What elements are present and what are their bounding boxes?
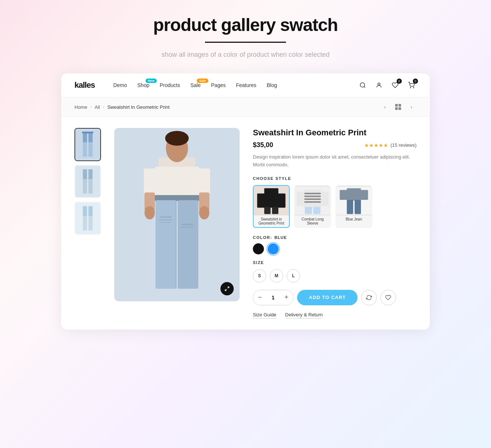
breadcrumb-sep-1: › [90,104,92,110]
style-swatch-0[interactable]: Sweatshirt in Geometric Print [253,185,290,228]
svg-line-1 [364,86,365,87]
heart-outline-icon [385,295,391,301]
breadcrumb-nav: ‹ › [380,102,417,112]
style-swatches: Sweatshirt in Geometric Print [253,185,417,228]
svg-rect-17 [88,169,93,180]
svg-point-33 [199,206,209,219]
svg-rect-34 [155,195,199,201]
hero-divider [205,42,286,43]
size-btn-l[interactable]: L [287,269,300,282]
svg-rect-8 [398,107,401,110]
thumbnail-3[interactable] [74,202,101,235]
svg-rect-39 [160,222,171,223]
svg-rect-40 [182,224,193,225]
nav-link-blog[interactable]: Blog [267,82,277,88]
svg-point-32 [144,206,155,219]
hero-title: product gallery swatch [80,15,411,35]
svg-rect-13 [88,142,93,157]
navigation: kalles Demo Shop New Products Sale Sale … [61,73,430,97]
style-swatch-1[interactable]: Combat Long Sleeve [294,185,331,228]
svg-rect-22 [88,206,93,216]
svg-rect-57 [304,198,321,200]
nav-link-demo[interactable]: Demo [113,82,127,88]
cart-count: 0 [413,79,418,84]
nav-link-sale[interactable]: Sale Sale [190,82,201,88]
quantity-control: − 1 + [253,290,293,305]
svg-rect-55 [304,192,321,194]
svg-rect-6 [398,104,401,107]
prev-product-btn[interactable]: ‹ [380,102,390,112]
breadcrumb-home[interactable]: Home [74,104,87,110]
svg-rect-18 [83,179,87,194]
bottom-links: Size Guide Delivery & Return [253,312,417,319]
compare-button[interactable] [361,290,377,305]
svg-rect-64 [347,188,361,201]
thumbnail-1[interactable] [74,128,101,161]
svg-rect-14 [82,132,93,133]
svg-rect-11 [88,132,93,143]
review-count[interactable]: (15 reviews) [390,142,417,148]
svg-rect-37 [160,216,171,218]
svg-rect-65 [340,190,348,200]
svg-rect-35 [156,200,176,289]
user-icon [376,82,382,88]
svg-rect-48 [264,188,278,208]
breadcrumb-all[interactable]: All [95,104,100,110]
search-icon-btn[interactable] [358,80,368,90]
size-btn-s[interactable]: S [253,269,266,282]
style-img-combat [295,186,330,215]
svg-rect-27 [155,167,199,196]
nav-links: Demo Shop New Products Sale Sale Pages F… [113,82,358,88]
size-section: SIZE S M L [253,260,417,282]
nav-link-shop[interactable]: Shop New [137,82,150,88]
size-btn-m[interactable]: M [270,269,283,282]
nav-link-pages[interactable]: Pages [211,82,226,88]
main-image-inner [114,128,240,301]
new-badge: New [146,79,157,83]
svg-rect-9 [75,129,100,160]
logo[interactable]: kalles [74,80,95,90]
sale-badge: Sale [197,79,208,83]
search-icon [359,82,366,88]
color-label: COLOR: [253,235,272,240]
account-icon-btn[interactable] [374,80,384,90]
product-title: Sweatshirt In Geometric Print [253,128,417,138]
nav-link-products[interactable]: Products [160,82,180,88]
style-img-geometric [254,186,289,215]
breadcrumb-current: Sweatshirt In Geometric Print [107,104,170,110]
delivery-return-link[interactable]: Delivery & Return [285,312,323,319]
expand-button[interactable] [220,282,234,295]
add-to-cart-button[interactable]: ADD TO CART [297,290,358,305]
svg-rect-29 [197,169,210,194]
product-description: Design inspiration lorem ipsum dolor sit… [253,153,417,169]
style-swatch-img-2 [336,186,372,215]
svg-rect-28 [144,169,157,194]
wishlist-icon-btn[interactable]: 0 [390,80,400,90]
grid-view-btn[interactable] [393,102,403,112]
thumbnail-2[interactable] [74,165,101,198]
color-swatch-black[interactable] [253,243,264,254]
thumb-img-1 [75,129,100,160]
main-product-image [114,128,240,301]
nav-link-features[interactable]: Features [236,82,256,88]
svg-rect-62 [313,207,320,214]
qty-increase-btn[interactable]: + [280,290,293,305]
wishlist-button[interactable] [380,290,396,305]
size-guide-link[interactable]: Size Guide [253,312,276,319]
color-section: COLOR: BLUE [253,235,417,254]
style-swatch-2[interactable]: Blue Jean [335,185,372,228]
color-swatch-blue[interactable] [268,243,279,254]
svg-rect-21 [83,206,87,216]
next-product-btn[interactable]: › [406,102,417,112]
wishlist-count: 0 [397,79,402,84]
cart-icon-btn[interactable]: 0 [406,80,417,90]
svg-rect-38 [159,219,172,220]
star-rating: ★★★★★ [364,142,388,148]
svg-rect-56 [304,195,321,197]
thumbnails [74,128,101,319]
page-hero: product gallery swatch show all images o… [80,15,411,59]
qty-decrease-btn[interactable]: − [253,290,267,305]
svg-rect-61 [305,207,312,214]
quantity-value: 1 [267,295,280,301]
product-rating: ★★★★★ (15 reviews) [364,142,417,148]
